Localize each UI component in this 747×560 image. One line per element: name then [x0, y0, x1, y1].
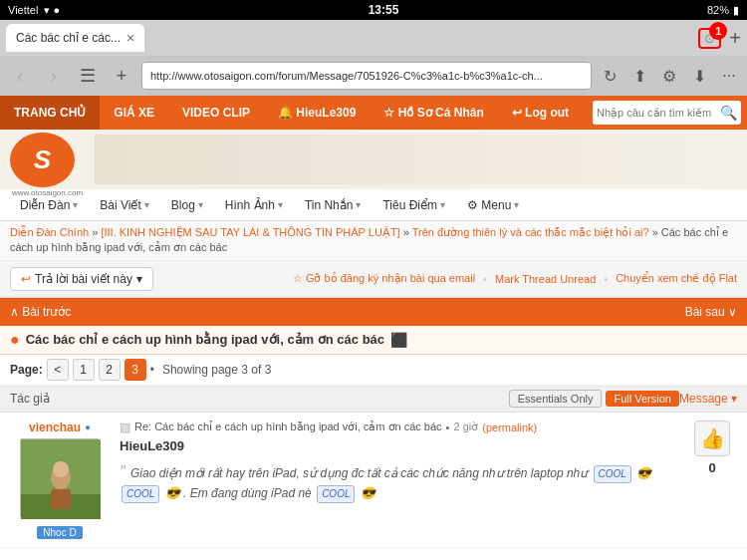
back-button[interactable]: ‹: [6, 66, 34, 87]
emoji-1: 😎: [636, 466, 651, 480]
cool-badge-1: COOL: [594, 465, 631, 483]
reader-mode-button[interactable]: ☰: [74, 65, 102, 87]
prev-post-button[interactable]: ∧ Bài trước: [10, 305, 71, 319]
status-left: Viettel ▾ ●: [8, 4, 60, 17]
more-icon[interactable]: ···: [717, 67, 741, 85]
prev-page-button[interactable]: <: [47, 359, 69, 381]
address-input[interactable]: [141, 62, 592, 90]
nav-blog[interactable]: Blog▾: [161, 189, 213, 221]
download-icon[interactable]: ⬇: [687, 67, 711, 86]
message-column-header[interactable]: Message ▾: [679, 392, 737, 406]
forward-button[interactable]: ›: [40, 66, 68, 87]
post-actions-column: 👍 0: [687, 420, 737, 539]
rss-icon[interactable]: ⬛: [390, 332, 407, 348]
emoji-3: 😎: [361, 486, 375, 500]
nav-tin-nhan[interactable]: Tin Nhắn▾: [295, 189, 372, 221]
post-meta: ▨ Re: Các bác chỉ e cách up hình bằng ip…: [120, 420, 677, 434]
page-2-button[interactable]: 2: [99, 359, 121, 381]
nav-hinh-anh[interactable]: Hình Ảnh▾: [215, 189, 293, 221]
cool-badge-3: COOL: [317, 485, 355, 503]
post-text-content: Giao diện mới rất hay trên iPad, sử dụng…: [130, 466, 588, 480]
mark-unread-link[interactable]: Mark Thread Unread: [495, 273, 596, 285]
thread-title: Các bác chỉ e cách up hình bằng ipad với…: [26, 332, 384, 347]
status-time: 13:55: [369, 3, 399, 17]
user-level-badge: Nhoc D: [37, 526, 82, 539]
author-column-header: Tác giả: [10, 392, 120, 406]
version-controls: Essentials Only Full Version: [120, 390, 679, 408]
search-input[interactable]: [597, 107, 716, 119]
svg-rect-3: [51, 489, 71, 509]
cool-badge-2: COOL: [122, 485, 159, 503]
carrier-label: Viettel: [8, 4, 38, 16]
wifi-icon: ▾ ●: [44, 4, 60, 17]
post-permalink[interactable]: (permalink): [482, 421, 537, 433]
full-version-button[interactable]: Full Version: [606, 391, 678, 407]
thread-icon: ●: [10, 331, 20, 349]
post-mid-text: . Em đang dùng iPad nè: [183, 486, 312, 500]
page-info: Showing page 3 of 3: [162, 363, 271, 377]
post-body: " Giao diện mới rất hay trên iPad, sử dụ…: [120, 459, 677, 504]
unsubscribe-link[interactable]: ☆ Gỡ bỏ đăng ký nhận bài qua email: [293, 272, 475, 285]
breadcrumb-sep1: »: [92, 226, 98, 238]
breadcrumb-cat1[interactable]: [III. KINH NGHIỆM SAU TAY LÁI & THÔNG TI…: [101, 226, 399, 238]
svg-point-4: [53, 461, 69, 477]
active-tab[interactable]: Các bác chỉ e các... ×: [6, 24, 144, 52]
breadcrumb: Diễn Đàn Chính » [III. KINH NGHIỆM SAU T…: [0, 221, 747, 261]
site-header: S www.otosaigon.com: [0, 130, 747, 189]
page-1-button[interactable]: 1: [73, 359, 95, 381]
address-bar: ‹ › ☰ + ↻ ⬆ ⚙ ⬇ ···: [0, 56, 747, 96]
reply-button[interactable]: ↩ Trả lời bài viết này ▾: [10, 267, 153, 291]
nav-bai-viet[interactable]: Bài Viết▾: [90, 189, 158, 221]
emoji-2: 😎: [165, 486, 180, 500]
search-box: 🔍: [593, 101, 741, 125]
post-time: 2 giờ: [453, 420, 478, 433]
tab-close-button[interactable]: ×: [126, 30, 134, 46]
breadcrumb-cat2[interactable]: Trên đường thiên lý và các thắc mắc biệt…: [412, 226, 649, 238]
like-count: 0: [708, 460, 715, 475]
post-navigation: ∧ Bài trước Bài sau ∨: [0, 298, 747, 326]
new-tab-button[interactable]: +: [729, 27, 741, 50]
nav-video-clip[interactable]: VIDEO CLIP: [168, 96, 264, 130]
reply-bar: ↩ Trả lời bài viết này ▾ ☆ Gỡ bỏ đăng ký…: [0, 261, 747, 298]
essentials-only-button[interactable]: Essentials Only: [509, 390, 603, 408]
author-name[interactable]: vienchau: [29, 420, 81, 434]
reply-icon: ↩: [21, 272, 31, 286]
nav-menu: TRANG CHỦ GIÁ XE VIDEO CLIP 🔔 HieuLe309 …: [0, 96, 747, 130]
site-url: www.otosaigon.com: [10, 188, 85, 197]
nav-tieu-diem[interactable]: Tiêu Điểm▾: [373, 189, 455, 221]
reply-arrow: ▾: [136, 272, 142, 286]
nav-gia-xe[interactable]: GIÁ XE: [100, 96, 168, 130]
nav-logout[interactable]: ↩ Log out: [498, 96, 583, 130]
refresh-icon[interactable]: ↻: [598, 67, 622, 86]
status-right: 82% ▮: [707, 4, 739, 17]
post-author-column: vienchau ● Nhoc D: [10, 420, 110, 539]
nav-home[interactable]: TRANG CHỦ: [0, 96, 100, 130]
post-meta-icon: ▨: [120, 420, 130, 434]
breadcrumb-sep3: »: [652, 226, 658, 238]
poster-username: HieuLe309: [120, 438, 677, 453]
add-bookmark-button[interactable]: +: [108, 66, 135, 87]
status-bar: Viettel ▾ ● 13:55 82% ▮: [0, 0, 747, 20]
nav-profile[interactable]: 🔔 HieuLe309: [264, 96, 370, 130]
like-button[interactable]: 👍: [694, 420, 730, 456]
page-3-button[interactable]: 3: [124, 359, 146, 381]
author-online-badge: ●: [85, 421, 91, 432]
search-icon[interactable]: 🔍: [720, 105, 737, 121]
nav-ho-so[interactable]: ☆ Hồ Sơ Cá Nhân: [370, 96, 497, 130]
site-nav: Diễn Đàn▾ Bài Viết▾ Blog▾ Hình Ảnh▾ Tin …: [0, 189, 747, 221]
tab-bar: Các bác chỉ e các... × ⊙ 1 +: [0, 20, 747, 56]
battery-label: 82%: [707, 4, 729, 16]
post-content-column: ▨ Re: Các bác chỉ e cách up hình bằng ip…: [120, 420, 677, 539]
breadcrumb-sep2: »: [403, 226, 409, 238]
share-icon[interactable]: ⬆: [627, 67, 651, 86]
reply-links: ☆ Gỡ bỏ đăng ký nhận bài qua email • Mar…: [293, 272, 737, 285]
open-quote: ": [120, 463, 125, 480]
breadcrumb-home[interactable]: Diễn Đàn Chính: [10, 226, 89, 238]
table-header: Tác giả Essentials Only Full Version Mes…: [0, 386, 747, 413]
pagination-bar: Page: < 1 2 3 • Showing page 3 of 3: [0, 355, 747, 386]
flat-mode-link[interactable]: Chuyển xem chế độ Flat: [616, 272, 737, 285]
nav-menu[interactable]: ⚙ Menu▾: [457, 189, 529, 221]
next-post-button[interactable]: Bài sau ∨: [685, 305, 737, 319]
thread-title-bar: ● Các bác chỉ e cách up hình bằng ipad v…: [0, 326, 747, 355]
settings-icon[interactable]: ⚙: [657, 67, 681, 86]
